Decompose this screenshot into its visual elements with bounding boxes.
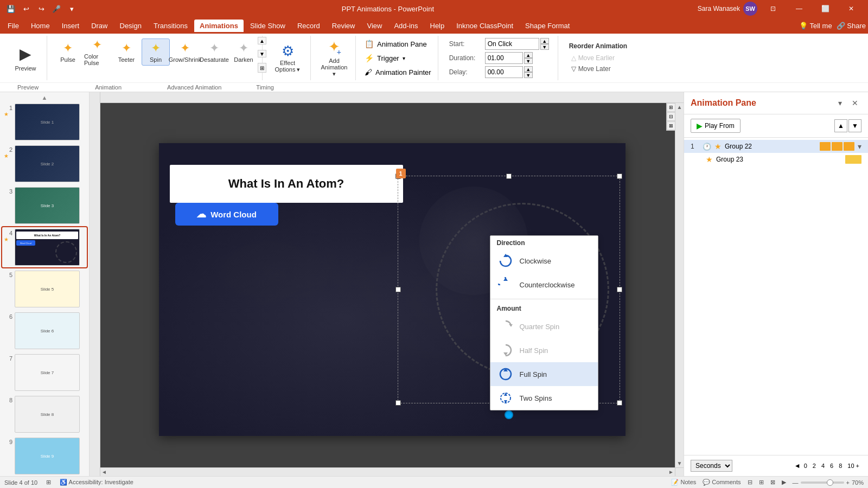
start-up[interactable]: ▲ [540, 38, 549, 44]
view-slide-sorter[interactable]: ⊞ [759, 479, 764, 486]
view-reading[interactable]: ⊠ [770, 479, 775, 486]
menu-inknoe[interactable]: Inknoe ClassPoint [451, 20, 519, 32]
group22-expand[interactable]: ▾ [858, 142, 861, 151]
save-icon[interactable]: 💾 [4, 2, 17, 15]
zoom-slider[interactable] [801, 481, 844, 484]
duration-spinner[interactable]: ▲ ▼ [524, 52, 533, 64]
order-up-btn[interactable]: ▲ [834, 119, 847, 132]
zoom-fit-btn[interactable]: ⊟ [667, 112, 675, 121]
ribbon-scroll-up[interactable]: ▲ [258, 37, 266, 44]
notes-btn[interactable]: 📝 Notes [671, 479, 696, 486]
menu-home[interactable]: Home [25, 20, 55, 32]
pane-expand-btn[interactable]: ▾ [833, 97, 846, 110]
counterclockwise-option[interactable]: Counterclockwise [490, 273, 598, 297]
reset-view-btn[interactable]: ⊠ [667, 121, 675, 130]
menu-addins[interactable]: Add-ins [388, 20, 423, 32]
delay-spinner[interactable]: ▲ ▼ [524, 66, 533, 78]
start-spinner[interactable]: ▲ ▼ [540, 38, 549, 50]
menu-shapeformat[interactable]: Shape Format [520, 20, 575, 32]
slide-item-1[interactable]: 1 ★ Slide 1 [2, 102, 87, 142]
menu-review[interactable]: Review [327, 20, 361, 32]
play-from-button[interactable]: ▶ Play From [691, 119, 741, 133]
anim-teeter[interactable]: ✦ Teeter [112, 39, 141, 65]
pane-close-btn[interactable]: ✕ [848, 97, 861, 110]
anim-pulse[interactable]: ✦ Pulse [54, 39, 82, 65]
slide-item-2[interactable]: 2 ★ Slide 2 [2, 144, 87, 184]
menu-slideshow[interactable]: Slide Show [245, 20, 291, 32]
maximize-icon[interactable]: ⬜ [813, 0, 838, 17]
timeline-prev[interactable]: ◄ [794, 462, 801, 470]
anim-growshrink[interactable]: ✦ Grow/Shrink [171, 39, 199, 65]
menu-transitions[interactable]: Transitions [148, 20, 193, 32]
dur-down[interactable]: ▼ [524, 58, 533, 64]
slide-item-9[interactable]: 9 Slide 9 [2, 436, 87, 476]
anim-spin[interactable]: ✦ Spin [142, 38, 170, 66]
quarter-spin-option[interactable]: Quarter Spin [490, 314, 598, 338]
close-icon[interactable]: ✕ [839, 0, 864, 17]
delay-up[interactable]: ▲ [524, 66, 533, 72]
menu-record[interactable]: Record [292, 20, 326, 32]
menu-help[interactable]: Help [425, 20, 450, 32]
slide-item-4[interactable]: 4 ★ What Is In An Atom? Word Cloud [2, 227, 87, 267]
anim-desaturate[interactable]: ✦ Desaturate [200, 39, 228, 65]
animation-pane-button[interactable]: 📋 Animation Pane [362, 38, 429, 50]
clockwise-option[interactable]: Clockwise [490, 249, 598, 273]
slide-item-6[interactable]: 6 Slide 6 [2, 311, 87, 351]
normal-view-icon[interactable]: ⊞ [46, 479, 51, 486]
vscroll-up[interactable]: ▲ [677, 104, 682, 110]
customize-icon[interactable]: 🎤 [50, 2, 63, 15]
canvas-area[interactable]: ▲ ▼ What Is In An Atom? ☁ Word Cloud [90, 92, 684, 476]
vscroll-down[interactable]: ▼ [677, 460, 682, 466]
menu-insert[interactable]: Insert [56, 20, 85, 32]
ribbon-scroll-more[interactable]: ⊞ [258, 63, 266, 73]
animation-painter-button[interactable]: 🖌 Animation Painter [362, 66, 433, 78]
dur-up[interactable]: ▲ [524, 52, 533, 58]
effect-options-button[interactable]: ⚙ EffectOptions ▾ [269, 40, 306, 76]
delay-input[interactable] [485, 66, 523, 78]
menu-draw[interactable]: Draw [86, 20, 113, 32]
seconds-select[interactable]: Seconds [691, 460, 732, 472]
preview-button[interactable]: ▶ Preview [9, 40, 42, 76]
restore-to-window-icon[interactable]: ⊡ [761, 0, 786, 17]
slide-item-5[interactable]: 5 Slide 5 [2, 269, 87, 309]
slide-item-7[interactable]: 7 Slide 7 [2, 352, 87, 393]
order-down-btn[interactable]: ▼ [848, 119, 861, 132]
more-icon[interactable]: ▾ [65, 2, 78, 15]
menu-animations[interactable]: Animations [194, 20, 244, 32]
slide-panel-scroll-up[interactable]: ▲ [42, 94, 48, 101]
menu-file[interactable]: File [2, 20, 24, 32]
slide-item-3[interactable]: 3 Slide 3 [2, 185, 87, 226]
user-avatar[interactable]: SW [743, 2, 757, 16]
horizontal-scrollbar[interactable]: ◄ ► [100, 467, 675, 476]
tell-me[interactable]: 💡 Tell me [799, 22, 832, 30]
view-presentation[interactable]: ▶ [782, 479, 786, 486]
comments-btn[interactable]: 💬 Comments [703, 479, 741, 486]
undo-icon[interactable]: ↩ [20, 2, 33, 15]
view-normal[interactable]: ⊟ [748, 479, 752, 486]
anim-colorpulse[interactable]: ✦ Color Pulse [83, 36, 111, 68]
zoom-out-btn[interactable]: — [793, 479, 799, 486]
window-controls[interactable]: ⊡ — ⬜ ✕ [761, 0, 864, 17]
word-cloud-button[interactable]: ☁ Word Cloud [175, 203, 278, 226]
hscroll-right[interactable]: ► [668, 469, 674, 475]
trigger-button[interactable]: ⚡ Trigger ▾ [362, 52, 407, 64]
redo-icon[interactable]: ↪ [35, 2, 48, 15]
accessibility-info[interactable]: ♿ Accessibility: Investigate [60, 479, 133, 486]
anim-item-group22[interactable]: 1 🕐 ★ Group 22 ▾ [684, 140, 868, 153]
duration-input[interactable] [485, 52, 523, 64]
anim-darken[interactable]: ✦ Darken [229, 39, 258, 65]
move-later-button[interactable]: ▽ Move Later [569, 64, 628, 74]
menu-view[interactable]: View [361, 20, 387, 32]
fit-page-btn[interactable]: ⊞ [667, 103, 675, 112]
vertical-scrollbar[interactable]: ▲ ▼ [675, 103, 684, 467]
share-btn[interactable]: 🔗 Share [837, 22, 866, 30]
start-input[interactable] [485, 38, 539, 50]
slide-item-8[interactable]: 8 Slide 8 [2, 394, 87, 434]
menu-design[interactable]: Design [114, 20, 147, 32]
anim-item-group23[interactable]: ★ Group 23 [684, 153, 868, 166]
half-spin-option[interactable]: Half Spin [490, 338, 598, 362]
slide-canvas[interactable]: What Is In An Atom? ☁ Word Cloud [159, 143, 626, 436]
start-down[interactable]: ▼ [540, 44, 549, 50]
add-animation-button[interactable]: ✦+ AddAnimation ▾ [317, 40, 351, 76]
move-earlier-button[interactable]: △ Move Earlier [569, 53, 628, 63]
